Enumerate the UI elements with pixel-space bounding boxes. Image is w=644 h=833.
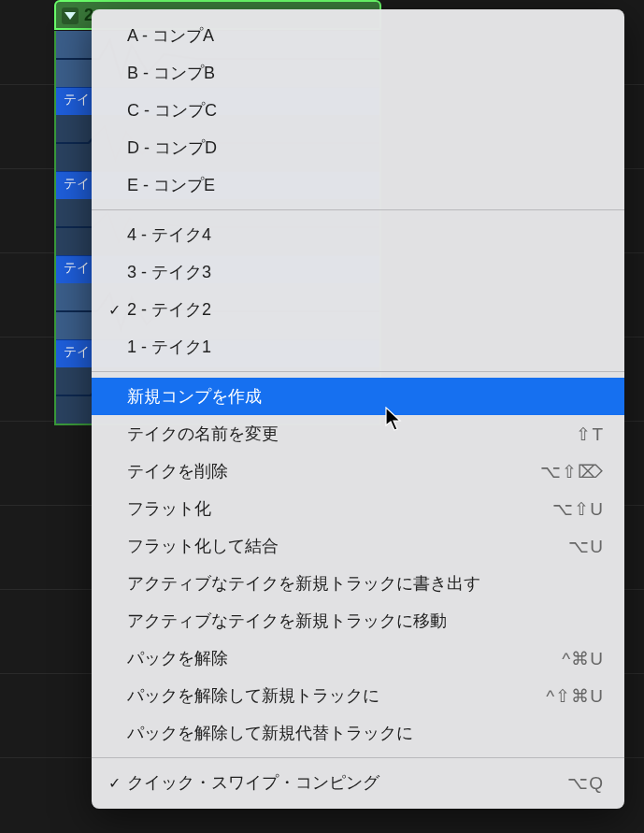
menu-item-label: D - コンプD [127, 136, 604, 159]
menu-item-take-4[interactable]: 4 - テイク4 [92, 216, 624, 253]
menu-item-comp-b[interactable]: B - コンプB [92, 54, 624, 92]
menu-item-label: パックを解除して新規トラックに [127, 684, 546, 707]
menu-item-label: フラット化して結合 [127, 535, 568, 557]
menu-item-take-2[interactable]: ✓ 2 - テイク2 [92, 291, 624, 328]
menu-item-flatten-merge[interactable]: フラット化して結合 ⌥U [92, 527, 624, 565]
menu-item-comp-d[interactable]: D - コンプD [92, 129, 624, 166]
menu-item-label: アクティブなテイクを新規トラックに書き出す [127, 572, 604, 595]
take-label-text: テイ [64, 92, 90, 107]
menu-item-take-3[interactable]: 3 - テイク3 [92, 253, 624, 291]
menu-item-take-1[interactable]: 1 - テイク1 [92, 328, 624, 366]
menu-item-label: クイック・スワイプ・コンピング [127, 771, 567, 794]
menu-shortcut: ⇧T [576, 424, 604, 445]
menu-separator [92, 209, 624, 210]
menu-shortcut: ⌥⇧⌦ [540, 461, 604, 482]
menu-item-comp-a[interactable]: A - コンプA [92, 17, 624, 54]
menu-shortcut: ⌥U [568, 536, 604, 557]
menu-shortcut: ⌥⇧U [552, 498, 604, 520]
menu-item-label: パックを解除 [127, 647, 562, 669]
take-label-text: テイ [64, 260, 90, 275]
menu-item-move-active-new-track[interactable]: アクティブなテイクを新規トラックに移動 [92, 602, 624, 639]
menu-item-comp-e[interactable]: E - コンプE [92, 166, 624, 204]
menu-item-label: 1 - テイク1 [127, 336, 604, 358]
take-folder-popup-menu: A - コンプA B - コンプB C - コンプC D - コンプD E - … [92, 9, 624, 809]
menu-item-label: アクティブなテイクを新規トラックに移動 [127, 610, 604, 632]
menu-item-label: テイクの名前を変更 [127, 423, 576, 445]
menu-item-label: 3 - テイク3 [127, 261, 604, 283]
take-label-text: テイ [64, 344, 90, 359]
check-icon: ✓ [101, 301, 127, 319]
disclosure-triangle-icon[interactable] [62, 7, 79, 24]
menu-item-export-active-new-track[interactable]: アクティブなテイクを新規トラックに書き出す [92, 565, 624, 602]
take-label-text: テイ [64, 176, 90, 191]
menu-separator [92, 371, 624, 372]
menu-shortcut: ^⌘U [562, 648, 604, 669]
menu-item-label: 2 - テイク2 [127, 298, 604, 321]
menu-item-label: 新規コンプを作成 [127, 385, 604, 408]
menu-item-unpack-new-tracks[interactable]: パックを解除して新規トラックに ^⇧⌘U [92, 677, 624, 714]
menu-item-flatten[interactable]: フラット化 ⌥⇧U [92, 490, 624, 527]
menu-item-label: パックを解除して新規代替トラックに [127, 722, 604, 744]
menu-shortcut: ^⇧⌘U [546, 685, 604, 707]
menu-item-comp-c[interactable]: C - コンプC [92, 92, 624, 129]
menu-item-label: A - コンプA [127, 24, 604, 47]
menu-item-unpack-new-alt-tracks[interactable]: パックを解除して新規代替トラックに [92, 714, 624, 752]
menu-item-delete-take[interactable]: テイクを削除 ⌥⇧⌦ [92, 452, 624, 490]
menu-item-label: 4 - テイク4 [127, 223, 604, 246]
menu-item-new-comp[interactable]: 新規コンプを作成 [92, 378, 624, 415]
menu-item-unpack[interactable]: パックを解除 ^⌘U [92, 639, 624, 677]
menu-shortcut: ⌥Q [567, 772, 604, 794]
menu-item-label: E - コンプE [127, 174, 604, 196]
menu-item-label: テイクを削除 [127, 460, 540, 482]
menu-item-label: C - コンプC [127, 99, 604, 122]
check-icon: ✓ [101, 774, 127, 792]
menu-item-label: B - コンプB [127, 62, 604, 84]
menu-item-rename-take[interactable]: テイクの名前を変更 ⇧T [92, 415, 624, 452]
menu-separator [92, 757, 624, 758]
menu-item-quick-swipe-comping[interactable]: ✓ クイック・スワイプ・コンピング ⌥Q [92, 764, 624, 801]
menu-item-label: フラット化 [127, 497, 552, 520]
